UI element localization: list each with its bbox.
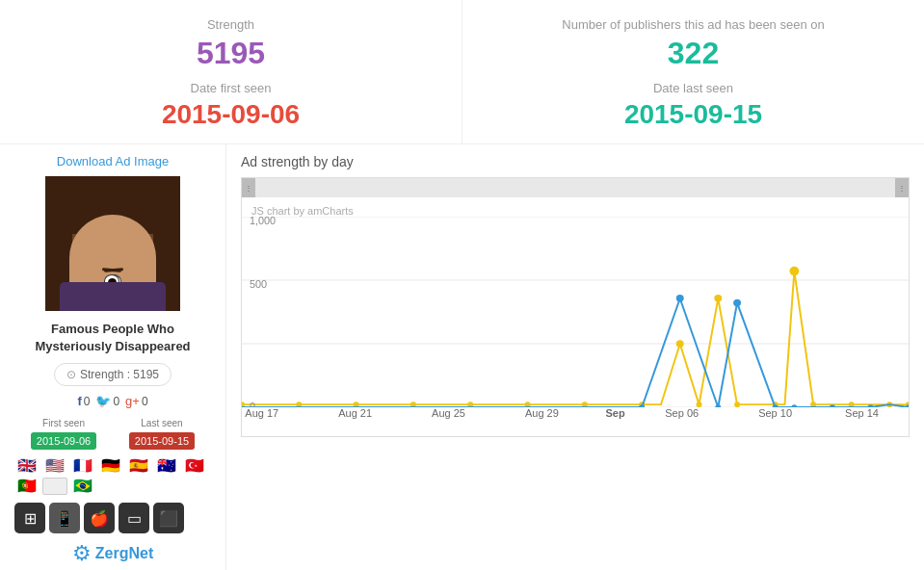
social-row: f 0 🐦 0 g+ 0 xyxy=(14,394,211,408)
flag-gb: 🇬🇧 xyxy=(14,457,40,475)
strength-stat: Strength 5195 Date first seen 2015-09-06 xyxy=(0,0,462,143)
chart-inner: JS chart by amCharts xyxy=(242,197,909,436)
date-first-label: Date first seen xyxy=(19,81,442,95)
flags-row: 🇬🇧 🇺🇸 🇫🇷 🇩🇪 🇪🇸 🇦🇺 🇹🇷 🇵🇹 🇧🇷 xyxy=(14,457,211,495)
date-last-label: Date last seen xyxy=(482,81,905,95)
svg-text:1,000: 1,000 xyxy=(250,217,276,225)
x-label-aug29: Aug 29 xyxy=(525,407,559,419)
devices-row: ⊞ 📱 🍎 ▭ ⬛ xyxy=(14,503,211,533)
x-axis-labels: Aug 17 Aug 21 Aug 25 Aug 29 Sep Sep 06 S… xyxy=(242,407,909,436)
flag-au: 🇦🇺 xyxy=(154,457,179,475)
googleplus-count: g+ 0 xyxy=(125,394,148,408)
date-last-value: 2015-09-15 xyxy=(482,99,905,130)
twitter-icon: 🐦 xyxy=(95,394,111,408)
chart-watermark: JS chart by amCharts xyxy=(251,205,354,217)
svg-point-17 xyxy=(789,267,799,275)
zergnet-text: ZergNet xyxy=(95,545,153,562)
last-seen-label: Last seen xyxy=(113,418,211,428)
device-windows: ⊞ xyxy=(14,503,45,533)
chart-handle-right[interactable]: ⋮ xyxy=(895,178,909,197)
chart-handle-left[interactable]: ⋮ xyxy=(242,178,255,197)
flag-br: 🇧🇷 xyxy=(70,478,95,495)
flag-fr: 🇫🇷 xyxy=(70,457,95,475)
twitter-count-value: 0 xyxy=(113,395,119,408)
download-ad-image-link[interactable]: Download Ad Image xyxy=(14,154,211,168)
svg-text:500: 500 xyxy=(250,278,267,290)
x-label-sep10: Sep 10 xyxy=(758,407,792,419)
strength-label: Strength xyxy=(19,17,442,32)
x-label-aug25: Aug 25 xyxy=(432,407,465,419)
chart-scrollbar[interactable] xyxy=(255,178,895,197)
strength-icon: ⊙ xyxy=(66,368,76,381)
device-mobile: 📱 xyxy=(49,503,80,533)
svg-point-14 xyxy=(714,295,722,302)
strength-value: 5195 xyxy=(19,36,442,71)
x-label-aug17: Aug 17 xyxy=(245,407,278,419)
first-seen-box: First seen 2015-09-06 xyxy=(14,418,113,450)
svg-point-12 xyxy=(676,340,684,348)
ad-image xyxy=(45,176,180,311)
publishers-value: 322 xyxy=(482,36,905,71)
first-seen-badge: 2015-09-06 xyxy=(31,432,96,450)
x-label-aug21: Aug 21 xyxy=(338,407,372,419)
device-other: ⬛ xyxy=(153,503,184,533)
googleplus-count-value: 0 xyxy=(142,395,148,408)
x-label-sep06: Sep 06 xyxy=(665,407,699,419)
svg-text:0: 0 xyxy=(250,401,255,407)
facebook-icon: f xyxy=(77,394,81,408)
top-stats-bar: Strength 5195 Date first seen 2015-09-06… xyxy=(0,0,924,144)
dates-row: First seen 2015-09-06 Last seen 2015-09-… xyxy=(14,418,211,450)
chart-area[interactable]: ⋮ ⋮ JS chart by amCharts xyxy=(241,177,910,437)
last-seen-badge: 2015-09-15 xyxy=(129,432,195,450)
strength-badge-text: Strength : 5195 xyxy=(80,368,159,381)
device-apple: 🍎 xyxy=(84,503,115,533)
googleplus-icon: g+ xyxy=(125,394,140,408)
flag-de: 🇩🇪 xyxy=(98,457,123,475)
first-seen-label: First seen xyxy=(14,418,113,428)
twitter-count: 🐦 0 xyxy=(95,394,119,408)
ad-title: Famous People Who Mysteriously Disappear… xyxy=(14,321,211,355)
flag-pt: 🇵🇹 xyxy=(14,478,40,495)
device-tablet: ▭ xyxy=(119,503,149,533)
facebook-count: f 0 xyxy=(77,394,90,408)
x-label-sep: Sep xyxy=(605,407,624,419)
facebook-count-value: 0 xyxy=(84,395,91,408)
zergnet-icon: ⚙ xyxy=(72,541,92,566)
svg-point-23 xyxy=(676,295,684,302)
zergnet-logo: ⚙ ZergNet xyxy=(14,541,211,566)
flag-unknown xyxy=(42,478,67,495)
shirt xyxy=(60,282,166,311)
publishers-stat: Number of publishers this ad has been se… xyxy=(462,0,924,143)
last-seen-box: Last seen 2015-09-15 xyxy=(113,418,211,450)
svg-point-25 xyxy=(733,299,741,307)
flag-es: 🇪🇸 xyxy=(126,457,151,475)
x-label-sep14: Sep 14 xyxy=(845,407,879,419)
right-panel: Ad strength by day ⋮ ⋮ JS chart by amCha… xyxy=(226,144,924,570)
chart-title: Ad strength by day xyxy=(241,154,910,169)
flag-us: 🇺🇸 xyxy=(42,457,67,475)
face-illustration xyxy=(45,176,180,311)
publishers-label: Number of publishers this ad has been se… xyxy=(482,17,905,32)
main-content: Download Ad Image xyxy=(0,144,924,570)
date-first-value: 2015-09-06 xyxy=(19,99,442,130)
chart-svg: 1,000 500 0 xyxy=(242,217,909,407)
left-panel: Download Ad Image xyxy=(0,144,226,570)
strength-badge: ⊙ Strength : 5195 xyxy=(54,363,172,386)
flag-tr: 🇹🇷 xyxy=(182,457,207,475)
